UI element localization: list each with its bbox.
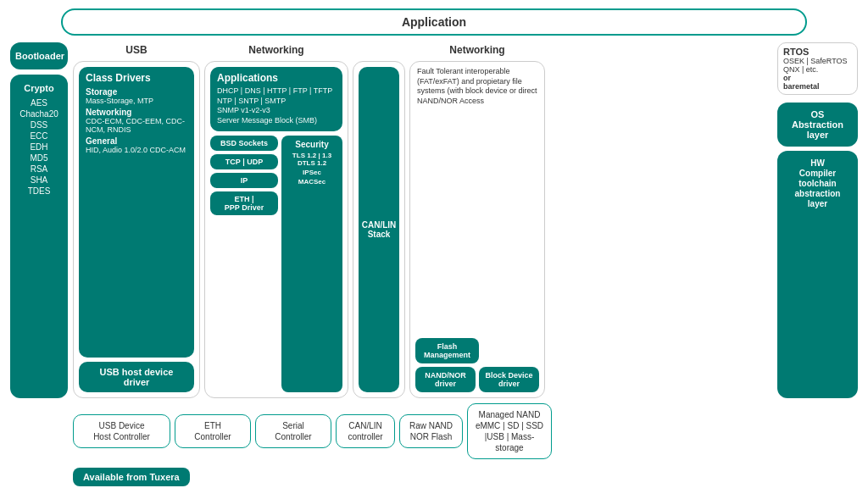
net-left: BSD Sockets TCP | UDP IP ETH | PPP Drive… <box>210 136 278 392</box>
net-right: Security TLS 1.2 | 1.3 DTLS 1.2 IPSec MA… <box>281 136 342 392</box>
networking-text: CDC-ECM, CDC-EEM, CDC-NCM, RNDIS <box>86 117 187 134</box>
bootloader-label: Bootloader <box>15 51 64 61</box>
storage-title: Storage <box>86 87 187 97</box>
baremetal-label: baremetal <box>783 82 852 91</box>
tuxera-button[interactable]: Available from Tuxera <box>73 468 190 486</box>
net2-row-bottom: NAND/NOR driver Block Device driver <box>415 367 539 392</box>
net2-inner: Fault Tolerant interoperable (FAT/exFAT)… <box>415 67 539 392</box>
crypto-aes: AES <box>15 98 63 108</box>
ip-pill: IP <box>210 173 278 188</box>
block-device-block: Block Device driver <box>479 367 539 392</box>
security-block: Security TLS 1.2 | 1.3 DTLS 1.2 IPSec MA… <box>281 136 342 392</box>
class-drivers-title: Class Drivers <box>86 72 187 84</box>
networking-usb-column: Networking Applications DHCP | DNS | HTT… <box>204 42 348 398</box>
crypto-dss: DSS <box>15 120 63 130</box>
crypto-block: Crypto AES Chacha20 DSS ECC EDH MD5 RSA … <box>10 75 68 398</box>
raw-nand-label: Raw NAND NOR Flash <box>409 421 453 441</box>
serial-ctrl-block: Serial Controller <box>255 414 331 448</box>
ipsec-text: IPSec <box>286 169 338 176</box>
bootloader-block: Bootloader <box>10 42 68 69</box>
canlin-column: x CAN/LIN Stack <box>353 42 405 398</box>
serial-ctrl-label: Serial Controller <box>275 421 311 441</box>
storage-text: Mass-Storage, MTP <box>86 97 187 105</box>
nand-nor-block: NAND/NOR driver <box>415 367 476 392</box>
crypto-sha: SHA <box>15 175 63 185</box>
applications-block: Applications DHCP | DNS | HTTP | FTP | T… <box>210 67 342 131</box>
diagram-container: Application Bootloader Crypto AES Chacha… <box>0 0 868 488</box>
flash-mgmt-block: Flash Management <box>415 338 479 363</box>
application-bar: Application <box>61 8 807 36</box>
os-label: OS Abstraction layer <box>792 109 843 140</box>
networking-title: Networking <box>86 108 187 117</box>
rtos-text: OSEK | SafeRTOS QNX | etc. <box>783 57 852 74</box>
raw-nand-block: Raw NAND NOR Flash <box>399 414 463 448</box>
tcp-pill: TCP | UDP <box>210 154 278 169</box>
net2-col-label: Networking <box>409 42 545 58</box>
net2-col-border: Fault Tolerant interoperable (FAT/exFAT)… <box>409 61 545 398</box>
crypto-ecc: ECC <box>15 131 63 141</box>
tls-text: TLS 1.2 | 1.3 DTLS 1.2 <box>286 152 338 167</box>
usb-col-label: USB <box>73 42 200 58</box>
bsd-pill: BSD Sockets <box>210 136 278 151</box>
right-sidebar: RTOS OSEK | SafeRTOS QNX | etc. or barem… <box>777 42 858 398</box>
left-sidebar: Bootloader Crypto AES Chacha20 DSS ECC E… <box>10 42 68 398</box>
eth-pill: ETH | PPP Driver <box>210 191 278 215</box>
usb-host-driver: USB host device driver <box>79 362 194 392</box>
usb-ctrl-block: USB Device Host Controller <box>73 414 170 448</box>
canlin-ctrl-label: CAN/LIN controller <box>348 421 382 441</box>
bottom-row: USB Device Host Controller ETH Controlle… <box>10 403 858 459</box>
center-columns: USB Class Drivers Storage Mass-Storage, … <box>73 42 772 398</box>
tuxera-container: Available from Tuxera <box>10 464 858 486</box>
crypto-chacha20: Chacha20 <box>15 109 63 119</box>
general-title: General <box>86 136 187 146</box>
applications-text: DHCP | DNS | HTTP | FTP | TFTPNTP | SNTP… <box>217 86 336 126</box>
canlin-block: CAN/LIN Stack <box>359 67 399 392</box>
usb-col-border: Class Drivers Storage Mass-Storage, MTP … <box>73 61 200 398</box>
security-label: Security <box>286 140 338 149</box>
rtos-title: RTOS <box>783 47 852 57</box>
os-block: OS Abstraction layer <box>777 103 858 147</box>
usb-column: USB Class Drivers Storage Mass-Storage, … <box>73 42 200 398</box>
eth-ctrl-label: ETH Controller <box>194 421 231 441</box>
net-usb-col-border: Applications DHCP | DNS | HTTP | FTP | T… <box>204 61 348 398</box>
crypto-md5: MD5 <box>15 153 63 163</box>
or-label: or <box>783 74 852 82</box>
crypto-title: Crypto <box>15 83 63 93</box>
networking2-column: Networking Fault Tolerant interoperable … <box>409 42 545 398</box>
app-bar-label: Application <box>402 15 466 29</box>
hw-block: HW Compiler toolchain abstraction layer <box>777 151 858 398</box>
canlin-col-border: CAN/LIN Stack <box>353 61 405 398</box>
main-row: Bootloader Crypto AES Chacha20 DSS ECC E… <box>10 42 858 398</box>
hw-label: HW Compiler toolchain abstraction layer <box>795 158 841 208</box>
usb-ctrl-label: USB Device Host Controller <box>93 421 150 441</box>
managed-nand-label: Managed NAND eMMC | SD | SSD |USB | Mass… <box>476 410 543 452</box>
crypto-rsa: RSA <box>15 164 63 174</box>
crypto-edh: EDH <box>15 142 63 152</box>
net-bottom-grid: BSD Sockets TCP | UDP IP ETH | PPP Drive… <box>210 136 342 392</box>
general-text: HID, Audio 1.0/2.0 CDC-ACM <box>86 146 187 154</box>
net2-top-text: Fault Tolerant interoperable (FAT/exFAT)… <box>415 67 539 335</box>
eth-ctrl-block: ETH Controller <box>175 414 251 448</box>
crypto-tdes: TDES <box>15 186 63 196</box>
managed-nand-block: Managed NAND eMMC | SD | SSD |USB | Mass… <box>467 403 552 459</box>
macsec-text: MACSec <box>286 178 338 186</box>
canlin-ctrl-block: CAN/LIN controller <box>336 414 395 448</box>
rtos-box: RTOS OSEK | SafeRTOS QNX | etc. or barem… <box>777 42 858 95</box>
applications-title: Applications <box>217 72 336 84</box>
class-drivers-block: Class Drivers Storage Mass-Storage, MTP … <box>79 67 194 358</box>
net-usb-col-label: Networking <box>204 42 348 58</box>
